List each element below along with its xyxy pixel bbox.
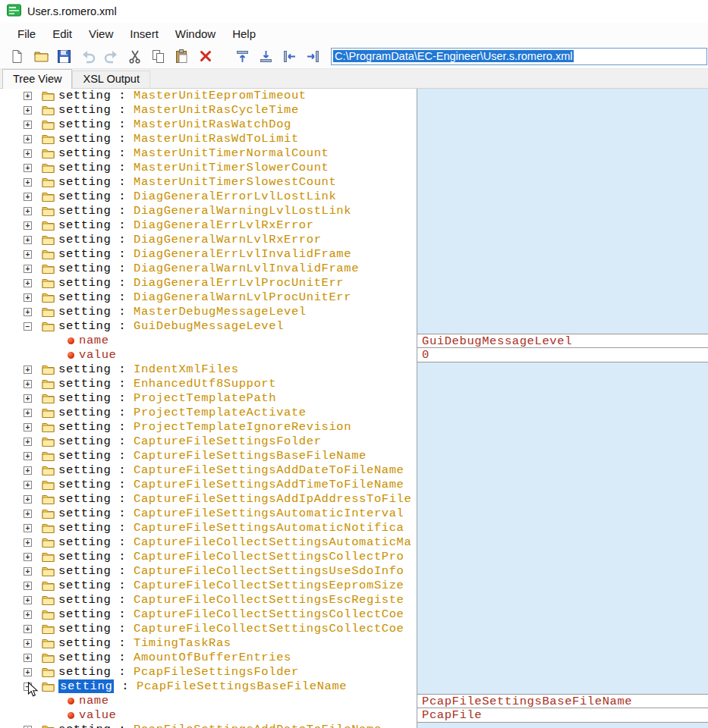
tree-setting-row[interactable]: +setting : CaptureFileSettingsAutomaticN…: [0, 521, 417, 535]
tree-setting-row[interactable]: −setting : PcapFileSettingsBaseFileName: [0, 679, 417, 694]
expand-toggle-icon[interactable]: +: [24, 135, 32, 143]
expand-toggle-icon[interactable]: +: [24, 668, 32, 676]
element-name[interactable]: setting: [58, 103, 111, 117]
expand-toggle-icon[interactable]: +: [24, 582, 32, 590]
tree-rows[interactable]: +setting : MasterUnitEepromTimeout+setti…: [0, 89, 417, 728]
element-name[interactable]: setting: [58, 507, 111, 520]
expand-toggle-icon[interactable]: +: [24, 236, 32, 244]
element-name[interactable]: setting: [58, 665, 111, 679]
tree-setting-row[interactable]: +setting : CaptureFileSettingsAddIpAddre…: [0, 492, 417, 507]
element-name[interactable]: setting: [58, 449, 111, 463]
element-name[interactable]: setting: [58, 679, 114, 693]
element-name[interactable]: setting: [58, 161, 111, 174]
new-file-button[interactable]: [9, 49, 25, 64]
tree-setting-row[interactable]: +setting : CaptureFileCollectSettingsCol…: [0, 607, 417, 622]
element-name[interactable]: setting: [58, 607, 111, 621]
tree-setting-row[interactable]: +setting : MasterUnitRasWatchDog: [0, 118, 417, 132]
tree-attribute-row[interactable]: value: [0, 348, 417, 362]
arrow-up-to-line-button[interactable]: [234, 49, 250, 64]
expand-toggle-icon[interactable]: +: [24, 221, 32, 230]
tree-setting-row[interactable]: +setting : DiagGeneralWarnLvlInvalidFram…: [0, 262, 417, 276]
cut-button[interactable]: [127, 49, 143, 64]
tree-setting-row[interactable]: +setting : CaptureFileCollectSettingsCol…: [0, 550, 417, 564]
expand-toggle-icon[interactable]: +: [24, 510, 32, 518]
value-row[interactable]: PcapFile: [417, 708, 708, 723]
expand-toggle-icon[interactable]: +: [24, 279, 32, 287]
expand-toggle-icon[interactable]: +: [24, 567, 32, 576]
expand-toggle-icon[interactable]: +: [24, 481, 32, 489]
value-row[interactable]: 0: [417, 348, 708, 362]
expand-toggle-icon[interactable]: +: [24, 366, 32, 374]
element-name[interactable]: setting: [58, 492, 111, 506]
element-name[interactable]: setting: [58, 233, 111, 246]
element-name[interactable]: setting: [58, 89, 111, 102]
delete-button[interactable]: [197, 49, 213, 64]
element-name[interactable]: setting: [58, 579, 111, 592]
arrow-right-to-line-button[interactable]: [305, 49, 321, 64]
element-name[interactable]: setting: [58, 478, 111, 491]
menu-item-view[interactable]: View: [80, 25, 121, 42]
tree-setting-row[interactable]: +setting : CaptureFileSettingsAutomaticI…: [0, 507, 417, 521]
element-name[interactable]: setting: [58, 204, 111, 218]
tree-setting-row[interactable]: +setting : CaptureFileSettingsBaseFileNa…: [0, 449, 417, 463]
expand-toggle-icon[interactable]: +: [24, 409, 32, 417]
expand-toggle-icon[interactable]: +: [24, 423, 32, 431]
element-name[interactable]: setting: [58, 521, 111, 535]
tree-attribute-row[interactable]: name: [0, 334, 417, 348]
expand-toggle-icon[interactable]: +: [24, 308, 32, 316]
tree-attribute-row[interactable]: value: [0, 708, 417, 723]
element-name[interactable]: setting: [58, 463, 111, 477]
expand-toggle-icon[interactable]: +: [24, 92, 32, 100]
expand-toggle-icon[interactable]: +: [24, 207, 32, 215]
collapse-toggle-icon[interactable]: −: [24, 682, 32, 691]
tree-setting-row[interactable]: +setting : DiagGeneralErrLvlInvalidFrame: [0, 247, 417, 262]
expand-toggle-icon[interactable]: +: [24, 394, 32, 403]
redo-button[interactable]: [103, 49, 119, 64]
tree-setting-row[interactable]: +setting : MasterDebugMessageLevel: [0, 305, 417, 319]
menu-item-help[interactable]: Help: [224, 25, 264, 42]
element-name[interactable]: setting: [58, 564, 111, 578]
address-bar[interactable]: C:\ProgramData\EC-Engineer\User.s.romero…: [331, 48, 707, 65]
element-name[interactable]: setting: [58, 391, 111, 405]
tree-setting-row[interactable]: −setting : GuiDebugMessageLevel: [0, 319, 417, 334]
value-row[interactable]: GuiDebugMessageLevel: [417, 334, 708, 348]
tree-setting-row[interactable]: +setting : CaptureFileSettingsFolder: [0, 435, 417, 449]
tree-setting-row[interactable]: +setting : ProjectTemplateIgnoreRevision: [0, 420, 417, 435]
menu-item-insert[interactable]: Insert: [121, 25, 167, 42]
copy-button[interactable]: [150, 49, 166, 64]
element-name[interactable]: setting: [58, 118, 111, 131]
tree-setting-row[interactable]: +setting : CaptureFileSettingsAddTimeToF…: [0, 478, 417, 492]
element-name[interactable]: setting: [58, 377, 111, 391]
tree-setting-row[interactable]: +setting : DiagGeneralErrLvlProcUnitErr: [0, 276, 417, 290]
element-name[interactable]: setting: [58, 146, 111, 160]
tab-xsl-output[interactable]: XSL Output: [72, 71, 149, 88]
tree-setting-row[interactable]: +setting : DiagGeneralWarnLvlRxError: [0, 233, 417, 247]
tree-setting-row[interactable]: +setting : CaptureFileCollectSettingsAut…: [0, 535, 417, 550]
tree-setting-row[interactable]: +setting : CaptureFileCollectSettingsEep…: [0, 579, 417, 593]
tree-setting-row[interactable]: +setting : MasterUnitTimerSlowerCount: [0, 161, 417, 175]
expand-toggle-icon[interactable]: +: [24, 380, 32, 388]
expand-toggle-icon[interactable]: +: [24, 466, 32, 475]
tree-setting-row[interactable]: +setting : CaptureFileCollectSettingsUse…: [0, 564, 417, 579]
element-name[interactable]: setting: [58, 636, 111, 650]
expand-toggle-icon[interactable]: +: [24, 610, 32, 619]
element-name[interactable]: setting: [58, 362, 111, 376]
menu-item-file[interactable]: File: [9, 25, 44, 42]
expand-toggle-icon[interactable]: +: [24, 293, 32, 302]
expand-toggle-icon[interactable]: +: [24, 250, 32, 259]
tree-setting-row[interactable]: +setting : MasterUnitRasWdToLimit: [0, 132, 417, 146]
tree-setting-row[interactable]: +setting : CaptureFileSettingsAddDateToF…: [0, 463, 417, 478]
tree-setting-row[interactable]: +setting : AmountOfBufferEntries: [0, 651, 417, 665]
element-name[interactable]: setting: [58, 262, 111, 275]
value-row[interactable]: PcapFileSettingsBaseFileName: [417, 694, 708, 708]
element-name[interactable]: setting: [58, 535, 111, 549]
expand-toggle-icon[interactable]: +: [24, 438, 32, 446]
tree-setting-row[interactable]: +setting : CaptureFileCollectSettingsEsc…: [0, 593, 417, 607]
element-name[interactable]: setting: [58, 435, 111, 448]
element-name[interactable]: setting: [58, 593, 111, 607]
tree-setting-row[interactable]: +setting : MasterUnitEepromTimeout: [0, 89, 417, 103]
collapse-toggle-icon[interactable]: −: [24, 322, 32, 331]
element-name[interactable]: setting: [58, 550, 111, 563]
undo-button[interactable]: [80, 49, 96, 64]
paste-button[interactable]: [174, 49, 190, 64]
